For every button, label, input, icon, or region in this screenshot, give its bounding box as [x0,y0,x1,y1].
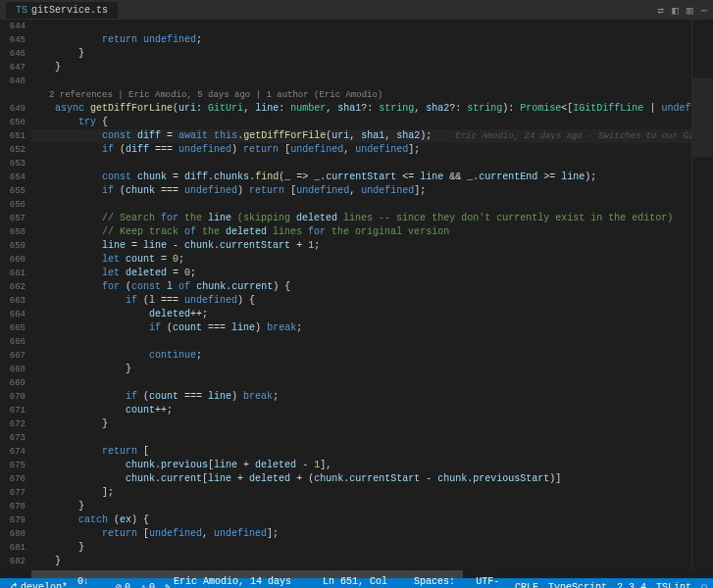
compare-icon[interactable]: ⇄ [658,4,665,17]
code-line[interactable]: deleted++; [31,308,691,321]
tslint-status[interactable]: TSLint [656,582,691,589]
layout-icon[interactable]: ▥ [687,4,693,17]
more-icon[interactable]: ⋯ [700,4,707,17]
code-line[interactable]: } [31,61,691,74]
code-line[interactable]: const diff = await this.getDiffForFile(u… [31,129,691,143]
code-line[interactable]: continue; [31,349,691,363]
minimap[interactable] [691,20,713,570]
problems-errors[interactable]: ⊘ 0 [116,581,130,588]
inline-blame: Eric Amodio, 24 days ago · Switches to o… [455,131,691,141]
split-icon[interactable]: ◧ [672,4,679,17]
eol-status[interactable]: CRLF [515,582,538,589]
codelens[interactable]: 2 references | Eric Amodio, 5 days ago |… [31,88,691,102]
status-bar: ⎇ develop* 0↓ 1↑ ⊘ 0 ⚠ 0 ✎ Eric Amodio, … [0,578,713,588]
code-line[interactable]: } [31,363,691,376]
code-line[interactable]: ]; [31,486,691,500]
blame-status[interactable]: ✎ Eric Amodio, 14 days ago [165,576,313,588]
feedback-icon[interactable]: ☺ [701,582,707,589]
code-line[interactable]: for (const l of chunk.current) { [31,280,691,294]
cursor-position[interactable]: Ln 651, Col 69 [323,576,404,588]
minimap-slider[interactable] [692,78,713,157]
code-line[interactable]: if (l === undefined) { [31,294,691,308]
editor-actions: ⇄ ◧ ▥ ⋯ [658,4,708,17]
code-area[interactable]: return undefined; } } 2 references | Eri… [31,20,691,570]
code-line[interactable] [31,568,691,570]
code-line[interactable]: if (diff === undefined) return [undefine… [31,143,691,157]
code-line[interactable] [31,431,691,445]
code-line[interactable]: count++; [31,404,691,417]
code-line[interactable]: } [31,500,691,514]
tab-filename: gitService.ts [31,5,108,16]
code-line[interactable]: return [undefined, undefined]; [31,527,691,541]
problems-warnings[interactable]: ⚠ 0 [140,581,155,588]
code-line[interactable]: let deleted = 0; [31,267,691,280]
code-line[interactable]: async getDiffForLine(uri: GitUri, line: … [31,102,691,116]
indent-status[interactable]: Spaces: 4 [414,576,466,588]
code-line[interactable]: } [31,555,691,568]
code-line[interactable]: catch (ex) { [31,514,691,527]
code-line[interactable]: try { [31,116,691,129]
ts-version[interactable]: 2.3.4 [617,582,646,589]
code-line[interactable]: const chunk = diff.chunks.find(_ => _.cu… [31,171,691,184]
editor[interactable]: 644645646647648 649650651652653654655656… [0,20,713,570]
code-line[interactable]: } [31,47,691,61]
sync-status[interactable]: 0↓ 1↑ [77,576,106,588]
title-bar: TS gitService.ts ⇄ ◧ ▥ ⋯ [0,0,713,20]
code-line[interactable] [31,335,691,349]
code-line[interactable]: // Search for the line (skipping deleted… [31,212,691,225]
line-gutter: 644645646647648 649650651652653654655656… [0,20,31,570]
code-line[interactable]: if (count === line) break; [31,390,691,404]
code-line[interactable]: line = line - chunk.currentStart + 1; [31,239,691,253]
encoding-status[interactable]: UTF-8 [476,576,505,588]
branch-status[interactable]: ⎇ develop* [6,581,68,588]
code-line[interactable] [31,74,691,88]
language-status[interactable]: TypeScript [548,582,607,589]
code-line[interactable]: chunk.previous[line + deleted - 1], [31,459,691,472]
code-line[interactable]: return [ [31,445,691,459]
code-line[interactable] [31,20,691,33]
code-line[interactable] [31,376,691,390]
code-line[interactable]: chunk.current[line + deleted + (chunk.cu… [31,472,691,486]
code-line[interactable]: return undefined; [31,33,691,47]
typescript-icon: TS [16,5,27,16]
code-line[interactable]: // Keep track of the deleted lines for t… [31,225,691,239]
code-line[interactable]: if (chunk === undefined) return [undefin… [31,184,691,198]
code-line[interactable]: let count = 0; [31,253,691,267]
code-line[interactable] [31,198,691,212]
code-line[interactable] [31,157,691,171]
code-line[interactable]: if (count === line) break; [31,321,691,335]
editor-tab[interactable]: TS gitService.ts [6,2,118,19]
code-line[interactable]: } [31,417,691,431]
code-line[interactable]: } [31,541,691,555]
